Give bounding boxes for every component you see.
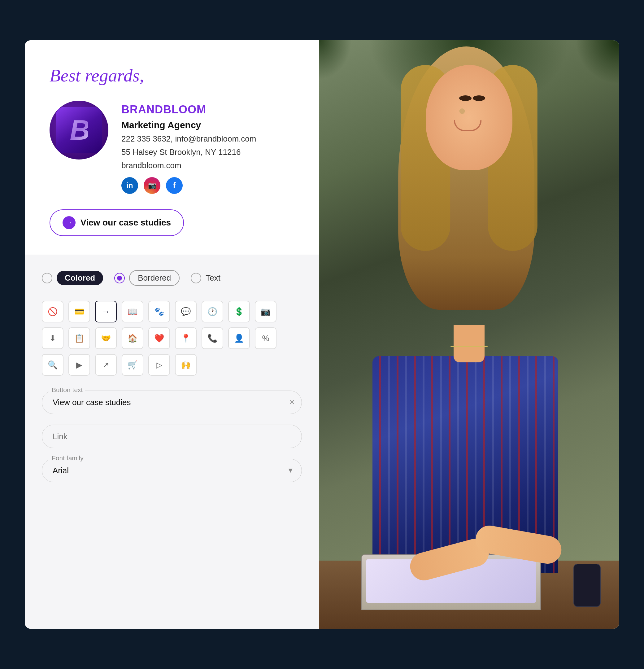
link-input[interactable]: [42, 425, 302, 448]
font-family-field: Font family Arial Georgia Helvetica Time…: [42, 459, 302, 482]
icon-send[interactable]: ▶: [68, 354, 90, 376]
address-info: 55 Halsey St Brooklyn, NY 11216: [121, 147, 256, 157]
button-text-input[interactable]: [42, 390, 302, 414]
icon-book[interactable]: 📖: [122, 301, 143, 323]
social-icons: in 📷 f: [121, 177, 256, 194]
colored-label: Colored: [57, 271, 103, 285]
icon-chat[interactable]: 💬: [175, 301, 197, 323]
icon-cart[interactable]: 🛒: [122, 354, 143, 376]
toggle-group: Colored Bordered Text: [42, 270, 302, 286]
radio-bordered-inner: [117, 276, 122, 281]
icon-user[interactable]: 👤: [228, 327, 250, 349]
settings-section: Colored Bordered Text: [25, 255, 319, 629]
left-panel: Best regards, B BRANDBLOOM: [25, 40, 319, 629]
website-info: brandbloom.com: [121, 161, 256, 170]
icon-play[interactable]: ▷: [148, 354, 170, 376]
instagram-icon[interactable]: 📷: [144, 177, 160, 194]
toggle-bordered[interactable]: Bordered: [114, 270, 180, 286]
radio-bordered-outer: [114, 273, 125, 283]
toggle-colored[interactable]: Colored: [42, 271, 103, 285]
icon-grid: 🚫 💳 → 📖 🐾 💬 🕐 💲 📷 ⬇ 📋 🤝 🏠 ❤️ 📍: [42, 301, 302, 376]
radio-colored: [42, 273, 52, 283]
right-panel: [319, 40, 619, 629]
contact-info: 222 335 3632, info@brandbloom.com: [121, 134, 256, 144]
font-family-label: Font family: [49, 454, 86, 462]
icon-paw[interactable]: 🐾: [148, 301, 170, 323]
icon-wallet[interactable]: 💳: [68, 301, 90, 323]
linkedin-icon[interactable]: in: [121, 177, 138, 194]
font-family-select[interactable]: Arial Georgia Helvetica Times New Roman …: [42, 459, 302, 482]
icon-search[interactable]: 🔍: [42, 354, 63, 376]
brand-logo: B: [49, 101, 109, 159]
sig-card: B BRANDBLOOM Marketing Agency 222 335 36…: [49, 101, 294, 194]
icon-heart[interactable]: ❤️: [148, 327, 170, 349]
cta-button-text: View our case studies: [81, 218, 171, 228]
signature-section: Best regards, B BRANDBLOOM: [25, 40, 319, 255]
icon-heart-hand[interactable]: 🤝: [95, 327, 117, 349]
button-text-field: Button text ✕: [42, 390, 302, 414]
greeting-text: Best regards,: [49, 65, 294, 86]
facebook-icon[interactable]: f: [166, 177, 183, 194]
button-text-label: Button text: [49, 386, 85, 394]
radio-text: [191, 273, 201, 283]
icon-dollar[interactable]: 💲: [228, 301, 250, 323]
icon-camera[interactable]: 📷: [255, 301, 276, 323]
text-label: Text: [205, 273, 220, 283]
icon-ban[interactable]: 🚫: [42, 301, 63, 323]
clear-button-text-icon[interactable]: ✕: [289, 398, 295, 407]
icon-share[interactable]: ↗: [95, 354, 117, 376]
icon-percent[interactable]: %: [255, 327, 276, 349]
company-name: BRANDBLOOM: [121, 103, 256, 116]
sig-info: BRANDBLOOM Marketing Agency 222 335 3632…: [121, 101, 256, 194]
toggle-text[interactable]: Text: [191, 273, 220, 283]
icon-phone[interactable]: 📞: [202, 327, 223, 349]
link-field: [42, 425, 302, 448]
icon-hands[interactable]: 🙌: [175, 354, 197, 376]
icon-pin[interactable]: 📍: [175, 327, 197, 349]
main-container: Best regards, B BRANDBLOOM: [25, 40, 619, 629]
icon-download[interactable]: ⬇: [42, 327, 63, 349]
icon-home[interactable]: 🏠: [122, 327, 143, 349]
bordered-label: Bordered: [129, 270, 180, 286]
icon-arrow-circle[interactable]: →: [95, 301, 117, 323]
page-wrapper: Best regards, B BRANDBLOOM: [0, 0, 644, 669]
company-role: Marketing Agency: [121, 120, 256, 130]
icon-clipboard[interactable]: 📋: [68, 327, 90, 349]
icon-clock[interactable]: 🕐: [202, 301, 223, 323]
cta-button[interactable]: → View our case studies: [49, 209, 184, 236]
cta-arrow-icon: →: [62, 216, 75, 229]
